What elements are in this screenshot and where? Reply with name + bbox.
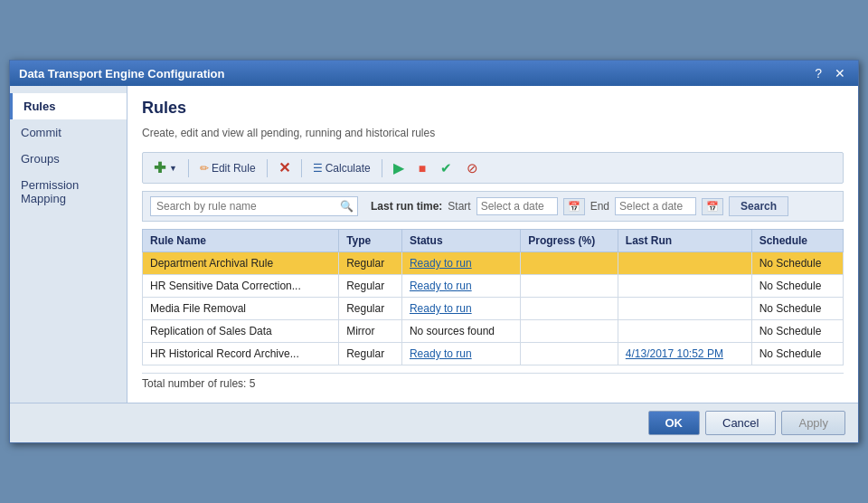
delete-icon: ✕ xyxy=(278,159,290,176)
dialog-footer: OK Cancel Apply xyxy=(10,403,858,442)
edit-rule-button[interactable]: ✏ Edit Rule xyxy=(194,159,261,177)
col-last-run: Last Run xyxy=(618,230,751,252)
search-icon: 🔍 xyxy=(340,200,354,213)
play-button[interactable]: ▶ xyxy=(388,157,410,179)
calc-icon: ☰ xyxy=(313,162,323,175)
last-run-label: Last run time: xyxy=(371,200,442,213)
col-type: Type xyxy=(339,230,402,252)
end-label: End xyxy=(590,200,609,213)
progress-cell xyxy=(521,343,618,365)
type-cell: Regular xyxy=(339,252,402,275)
sidebar-item-rules[interactable]: Rules xyxy=(10,93,127,119)
status-cell[interactable]: Ready to run xyxy=(401,252,520,275)
toolbar-divider-2 xyxy=(267,159,268,177)
schedule-cell: No Schedule xyxy=(751,320,843,343)
start-label: Start xyxy=(448,200,470,213)
start-calendar-button[interactable]: 📅 xyxy=(563,198,585,215)
stop-button[interactable]: ■ xyxy=(413,158,431,178)
calculate-button[interactable]: ☰ Calculate xyxy=(307,159,376,177)
col-status: Status xyxy=(401,230,520,252)
approve-button[interactable]: ✔ xyxy=(435,157,458,179)
toolbar: ✚ ▼ ✏ Edit Rule ✕ ☰ Calculate xyxy=(142,152,844,184)
col-schedule: Schedule xyxy=(751,230,843,252)
title-bar: Data Transport Engine Configuration ? ✕ xyxy=(10,61,858,86)
schedule-cell: No Schedule xyxy=(751,252,843,275)
main-content: Rules Create, edit and view all pending,… xyxy=(127,86,858,403)
close-button[interactable]: ✕ xyxy=(831,66,849,81)
footer-count: Total number of rules: 5 xyxy=(142,373,844,390)
table-row[interactable]: HR Sensitive Data Correction... Regular … xyxy=(143,275,844,298)
page-description: Create, edit and view all pending, runni… xyxy=(142,127,844,139)
title-bar-controls: ? ✕ xyxy=(811,66,849,81)
progress-cell xyxy=(521,320,618,343)
status-cell[interactable]: Ready to run xyxy=(401,298,520,320)
schedule-cell: No Schedule xyxy=(751,298,843,320)
stop-icon: ■ xyxy=(419,161,426,176)
add-button[interactable]: ✚ ▼ xyxy=(148,157,183,179)
last-run-cell xyxy=(618,298,751,320)
search-input[interactable] xyxy=(150,196,358,216)
status-cell: No sources found xyxy=(401,320,520,343)
rule-name-cell: Department Archival Rule xyxy=(143,252,339,275)
edit-icon: ✏ xyxy=(200,162,209,175)
toolbar-divider-4 xyxy=(382,159,382,177)
table-row[interactable]: Replication of Sales Data Mirror No sour… xyxy=(143,320,844,343)
table-header-row: Rule Name Type Status Progress (%) Last … xyxy=(143,230,844,252)
search-button[interactable]: Search xyxy=(729,196,788,216)
type-cell: Mirror xyxy=(339,320,402,343)
last-run-cell[interactable]: 4/13/2017 10:52 PM xyxy=(618,343,751,365)
table-row[interactable]: Media File Removal Regular Ready to run … xyxy=(143,298,844,320)
type-cell: Regular xyxy=(339,298,402,320)
progress-cell xyxy=(521,298,618,320)
cancel-button[interactable]: Cancel xyxy=(705,411,776,435)
col-progress: Progress (%) xyxy=(521,230,618,252)
delete-button[interactable]: ✕ xyxy=(273,157,296,179)
table-row[interactable]: HR Historical Record Archive... Regular … xyxy=(143,343,844,365)
status-link[interactable]: Ready to run xyxy=(410,280,472,292)
progress-cell xyxy=(521,252,618,275)
last-run-cell xyxy=(618,252,751,275)
schedule-cell: No Schedule xyxy=(751,275,843,298)
status-link[interactable]: Ready to run xyxy=(410,302,472,315)
help-button[interactable]: ? xyxy=(811,66,826,81)
type-cell: Regular xyxy=(339,343,402,365)
main-dialog: Data Transport Engine Configuration ? ✕ … xyxy=(9,60,859,443)
table-row[interactable]: Department Archival Rule Regular Ready t… xyxy=(143,252,844,275)
status-link[interactable]: Ready to run xyxy=(410,347,472,360)
add-icon: ✚ xyxy=(154,159,165,176)
last-run-cell xyxy=(618,320,751,343)
dialog-body: Rules Commit Groups Permission Mapping R… xyxy=(10,86,858,403)
check-icon: ✔ xyxy=(440,160,452,176)
toolbar-divider-3 xyxy=(301,159,302,177)
rule-name-cell: HR Historical Record Archive... xyxy=(143,343,339,365)
add-dropdown-icon: ▼ xyxy=(169,164,177,173)
status-link[interactable]: Ready to run xyxy=(410,257,472,270)
apply-button[interactable]: Apply xyxy=(781,411,845,435)
search-bar: 🔍 Last run time: Start 📅 End 📅 Search xyxy=(142,191,844,222)
end-date-input[interactable] xyxy=(615,197,696,215)
ok-button[interactable]: OK xyxy=(648,411,701,435)
toolbar-divider-1 xyxy=(188,159,189,177)
col-rule-name: Rule Name xyxy=(143,230,339,252)
dialog-title: Data Transport Engine Configuration xyxy=(19,67,225,81)
sidebar-item-permission-mapping[interactable]: Permission Mapping xyxy=(10,172,127,212)
type-cell: Regular xyxy=(339,275,402,298)
rules-table: Rule Name Type Status Progress (%) Last … xyxy=(142,229,844,365)
page-title: Rules xyxy=(142,99,844,118)
play-icon: ▶ xyxy=(393,159,404,176)
end-calendar-button[interactable]: 📅 xyxy=(702,198,723,215)
sidebar-item-groups[interactable]: Groups xyxy=(10,146,127,172)
progress-cell xyxy=(521,275,618,298)
rule-name-cell: Replication of Sales Data xyxy=(143,320,339,343)
status-cell[interactable]: Ready to run xyxy=(401,275,520,298)
start-date-input[interactable] xyxy=(476,197,558,215)
ban-icon: ⊘ xyxy=(467,160,478,176)
rule-name-cell: HR Sensitive Data Correction... xyxy=(143,275,339,298)
sidebar-item-commit[interactable]: Commit xyxy=(10,119,127,146)
status-cell[interactable]: Ready to run xyxy=(401,343,520,365)
last-run-link[interactable]: 4/13/2017 10:52 PM xyxy=(626,347,723,360)
schedule-cell: No Schedule xyxy=(751,343,843,365)
ban-button[interactable]: ⊘ xyxy=(461,157,484,179)
rule-name-cell: Media File Removal xyxy=(143,298,339,320)
last-run-cell xyxy=(618,275,751,298)
